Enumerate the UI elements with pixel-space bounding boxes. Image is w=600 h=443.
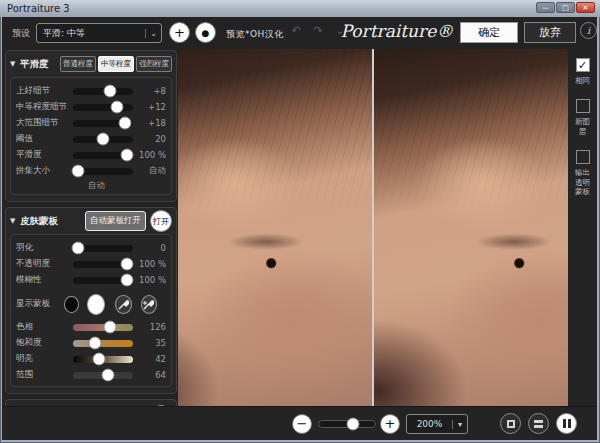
preset-dropdown[interactable]: 平滑: 中等 ⌄ xyxy=(36,23,162,43)
preview-note: 预览*OH汉化 xyxy=(226,28,284,41)
skin-mask-section: ▼ 皮肤蒙板 自动蒙板打开 打开 羽化 0 不透明度 xyxy=(5,207,177,394)
fuzziness-value: 100 % xyxy=(133,275,166,285)
eyedropper-icon xyxy=(118,299,129,310)
mask-on-button[interactable]: 打开 xyxy=(150,210,172,232)
add-preset-button[interactable]: + xyxy=(169,22,190,43)
saturation-track[interactable] xyxy=(73,340,133,347)
luminance-slider: 明亮 42 xyxy=(16,351,166,367)
maximize-button[interactable]: □ xyxy=(556,2,575,13)
eyedropper-plus-icon xyxy=(143,299,154,310)
large-detail-slider: 大范围细节 +18 xyxy=(16,115,166,131)
luminance-knob[interactable] xyxy=(93,353,106,366)
redo-icon[interactable]: ↷ xyxy=(310,23,326,39)
sample-size-label: 拼集大小 xyxy=(16,165,73,177)
zoom-slider-track[interactable] xyxy=(318,420,376,428)
smoothness-track[interactable] xyxy=(73,152,133,159)
feather-knob[interactable] xyxy=(71,242,84,255)
fuzziness-label: 模糊性 xyxy=(16,274,73,286)
medium-detail-track[interactable] xyxy=(73,104,133,111)
tab-normal[interactable]: 普通程度 xyxy=(60,56,96,72)
close-button[interactable]: ✕ xyxy=(576,2,595,13)
fine-detail-track[interactable] xyxy=(73,88,133,95)
preset-action-button[interactable]: ● xyxy=(195,22,216,43)
medium-detail-knob[interactable] xyxy=(111,101,124,114)
saturation-slider: 饱和度 35 xyxy=(16,335,166,351)
preset-label: 预设 xyxy=(12,27,30,40)
client-area: 预设 平滑: 中等 ⌄ + ● 预览*OH汉化 ↶ ↷ ⌄ Portraitur… xyxy=(2,17,597,440)
preview-area xyxy=(178,49,568,406)
same-checkbox[interactable]: ✓ xyxy=(576,58,590,72)
sample-size-value: 自动 xyxy=(133,165,166,177)
zoom-slider-knob[interactable] xyxy=(346,418,359,431)
threshold-knob[interactable] xyxy=(97,133,110,146)
after-pane[interactable] xyxy=(374,49,568,406)
tab-strong[interactable]: 强烈程度 xyxy=(136,56,172,72)
smoothness-value: 100 % xyxy=(133,150,166,160)
titlebar[interactable]: Portraiture 3 xyxy=(0,0,600,17)
hue-label: 色相 xyxy=(16,321,73,333)
latitude-track[interactable] xyxy=(73,372,133,379)
portrait-photo-before xyxy=(178,49,372,406)
sample-size-track[interactable] xyxy=(73,168,133,175)
hue-track[interactable] xyxy=(73,324,133,331)
hue-knob[interactable] xyxy=(104,321,117,334)
fine-detail-knob[interactable] xyxy=(104,85,117,98)
zoom-in-button[interactable]: + xyxy=(380,414,400,434)
mask-color-black-swatch[interactable] xyxy=(64,296,79,313)
eyedropper-button[interactable] xyxy=(115,295,131,314)
threshold-track[interactable] xyxy=(73,136,133,143)
info-button[interactable]: i xyxy=(580,22,597,39)
fine-detail-value: +8 xyxy=(133,86,166,96)
large-detail-label: 大范围细节 xyxy=(16,117,73,129)
portrait-photo-after xyxy=(374,49,568,406)
saturation-knob[interactable] xyxy=(88,337,101,350)
output-mask-checkbox[interactable] xyxy=(576,150,590,164)
latitude-knob[interactable] xyxy=(101,369,114,382)
eyedropper-plus-button[interactable] xyxy=(141,295,157,314)
before-pane[interactable] xyxy=(178,49,372,406)
control-panel: ▼ 平滑度 普通程度 中等程度 强烈程度 上好细节 +8 中等程 xyxy=(5,50,177,437)
threshold-slider: 阈值 20 xyxy=(16,131,166,147)
new-layer-checkbox[interactable] xyxy=(576,99,590,113)
smoothness-knob[interactable] xyxy=(121,149,134,162)
mask-color-white-swatch[interactable] xyxy=(87,294,105,315)
zoom-level-dropdown[interactable]: 200% ▾ xyxy=(406,414,468,434)
fuzziness-knob[interactable] xyxy=(121,274,134,287)
opacity-value: 100 % xyxy=(133,259,166,269)
auto-mask-button[interactable]: 自动蒙板打开 xyxy=(85,211,146,231)
minimize-button[interactable]: — xyxy=(536,2,555,13)
sample-size-knob[interactable] xyxy=(71,165,84,178)
luminance-track[interactable] xyxy=(73,356,133,363)
opacity-track[interactable] xyxy=(73,261,133,268)
opacity-knob[interactable] xyxy=(121,258,134,271)
smoothness-slider: 平滑度 100 % xyxy=(16,147,166,163)
history-controls: ↶ ↷ ⌄ xyxy=(288,23,348,39)
feather-value: 0 xyxy=(133,243,166,253)
sample-size-slider: 拼集大小 自动 xyxy=(16,163,166,179)
latitude-label: 范围 xyxy=(16,369,73,381)
undo-icon[interactable]: ↶ xyxy=(288,23,304,39)
ok-button[interactable]: 确定 xyxy=(460,22,518,43)
single-view-button[interactable] xyxy=(500,413,521,434)
large-detail-track[interactable] xyxy=(73,120,133,127)
horizontal-split-icon xyxy=(534,420,543,428)
cancel-button[interactable]: 放弃 xyxy=(524,22,576,43)
horizontal-split-button[interactable] xyxy=(528,413,549,434)
hue-slider: 色相 126 xyxy=(16,319,166,335)
collapse-arrow-icon[interactable]: ▼ xyxy=(10,60,20,68)
collapse-arrow-icon[interactable]: ▼ xyxy=(10,217,20,225)
bottom-bar: − + 200% ▾ xyxy=(2,406,597,440)
vertical-split-button[interactable] xyxy=(556,413,577,434)
opacity-slider: 不透明度 100 % xyxy=(16,256,166,272)
single-view-icon xyxy=(507,420,515,428)
smoothing-tabs: 普通程度 中等程度 强烈程度 xyxy=(60,56,172,72)
window-title: Portraiture 3 xyxy=(0,3,70,14)
skin-mask-title: 皮肤蒙板 xyxy=(20,215,85,228)
show-mask-row: 显示蒙板 xyxy=(16,291,166,317)
large-detail-knob[interactable] xyxy=(119,117,132,130)
feather-track[interactable] xyxy=(73,245,133,252)
preset-value: 平滑: 中等 xyxy=(37,27,145,40)
tab-medium[interactable]: 中等程度 xyxy=(98,56,134,72)
zoom-out-button[interactable]: − xyxy=(292,414,312,434)
fuzziness-track[interactable] xyxy=(73,277,133,284)
